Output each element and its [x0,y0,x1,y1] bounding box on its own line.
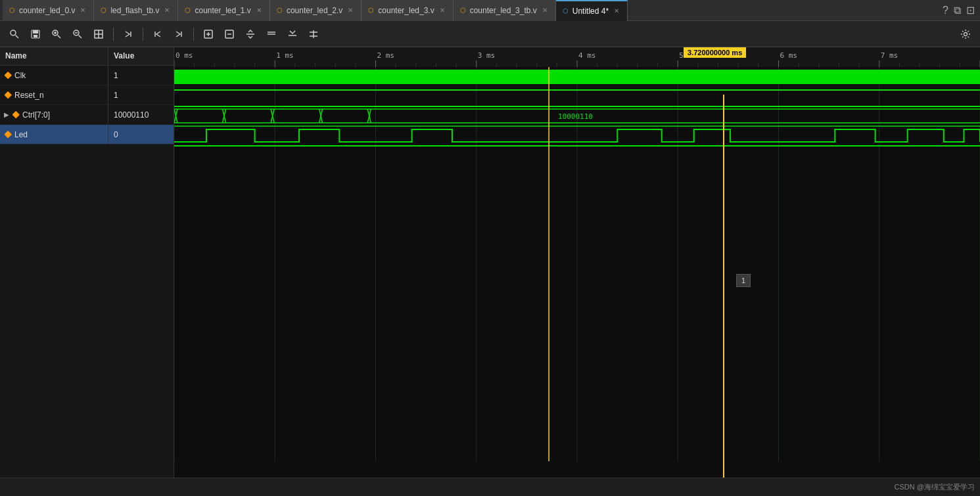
toolbar-sep-2 [143,28,143,41]
cursor-label: 3.720000000 ms [684,47,746,58]
signal-value-reset-n: 1 [108,91,174,100]
zoom-in-button[interactable] [47,25,66,43]
svg-line-10 [79,35,82,38]
tab-close[interactable]: ✕ [346,6,354,14]
waveform-area[interactable]: 3.720000000 ms 1 [174,47,980,478]
svg-line-6 [58,35,61,38]
tab-icon: ⬡ [9,7,15,14]
signal-row-reset-n[interactable]: 🔶 Reset_n 1 [0,85,174,105]
signal-name-led: 🔶 Led [0,125,108,144]
tab-icon: ⬡ [563,7,569,14]
signal-row-clk[interactable]: 🔶 Clk 1 [0,66,174,85]
jump-end-button[interactable] [170,25,188,43]
svg-rect-4 [34,35,37,37]
tab-icon: ⬡ [185,7,191,14]
save-button[interactable] [26,25,45,43]
fit-button[interactable] [89,25,108,43]
tab-label: counter_led_2.v [287,6,342,15]
signal-value-led: 0 [108,130,174,139]
signal-type-icon-clk: 🔶 [4,72,12,79]
tab-led-flash-tb[interactable]: ⬡ led_flash_tb.v ✕ [94,0,178,21]
move-right-button[interactable] [119,25,137,43]
align-button[interactable] [304,25,323,43]
signal-value-ctrl: 10000110 [108,110,174,120]
insert-divider-button[interactable] [241,25,260,43]
tab-close[interactable]: ✕ [79,6,87,14]
tab-label: counter_led_3.v [378,6,434,15]
collapse-button[interactable] [262,25,281,43]
main-area: Name Value 🔶 Clk 1 🔶 Reset_n 1 ▶ 🔶 Ctrl[ [0,47,980,478]
cursor-time-value: 3.720000000 ms [688,49,742,56]
svg-rect-3 [33,30,38,34]
svg-point-30 [964,32,968,35]
signal-panel: Name Value 🔶 Clk 1 🔶 Reset_n 1 ▶ 🔶 Ctrl[ [0,47,174,478]
name-col-header: Name [0,47,108,65]
tab-icon: ⬡ [368,7,374,14]
signal-name-ctrl: ▶ 🔶 Ctrl[7:0] [0,105,108,124]
signal-label-led: Led [14,130,28,139]
toolbar [0,21,980,47]
tab-untitled-4[interactable]: ⬡ Untitled 4* ✕ [556,0,628,21]
signal-value-clk: 1 [108,71,174,80]
value-col-header: Value [108,47,174,65]
restore-icon[interactable]: ⧉ [954,5,961,16]
signal-row-ctrl[interactable]: ▶ 🔶 Ctrl[7:0] 10000110 [0,105,174,125]
signal-label-reset-n: Reset_n [14,91,44,100]
signal-row-led[interactable]: 🔶 Led 0 [0,125,174,145]
add-signal-button[interactable] [199,25,218,43]
tab-close[interactable]: ✕ [255,6,263,14]
search-button[interactable] [5,25,24,43]
tab-close[interactable]: ✕ [438,6,446,14]
tab-counter-led-3[interactable]: ⬡ counter_led_3.v ✕ [362,0,453,21]
tab-bar-right: ? ⧉ ⊡ [943,4,980,16]
tab-icon: ⬡ [460,7,466,14]
tab-icon: ⬡ [277,7,283,14]
signal-header: Name Value [0,47,174,66]
signal-type-icon-reset: 🔶 [4,91,12,99]
expand-icon-ctrl[interactable]: ▶ [4,111,9,118]
remove-signal-button[interactable] [220,25,239,43]
tab-counter-led-1[interactable]: ⬡ counter_led_1.v ✕ [178,0,269,21]
svg-point-0 [11,30,16,35]
tab-close[interactable]: ✕ [613,7,620,15]
tab-label: counter_led_3_tb.v [470,6,537,15]
tab-label: led_flash_tb.v [110,6,159,15]
time-ruler[interactable] [174,47,980,67]
expand-button[interactable] [283,25,302,43]
tab-label: counter_led_1.v [195,6,250,15]
signal-type-icon-led: 🔶 [4,131,12,138]
toolbar-right [956,25,975,43]
signal-label-ctrl: Ctrl[7:0] [22,110,50,120]
jump-start-button[interactable] [149,25,167,43]
tab-label: counter_led_0.v [19,6,75,15]
tab-bar: ⬡ counter_led_0.v ✕ ⬡ led_flash_tb.v ✕ ⬡… [0,0,980,21]
tab-counter-led-3-tb[interactable]: ⬡ counter_led_3_tb.v ✕ [454,0,556,21]
settings-button[interactable] [956,25,975,43]
signal-name-reset-n: 🔶 Reset_n [0,85,108,104]
status-bar: CSDN @海绵宝宝爱学习 [0,478,980,496]
tab-counter-led-0[interactable]: ⬡ counter_led_0.v ✕ [3,0,94,21]
toolbar-sep-1 [113,28,114,41]
ruler-canvas [174,47,980,67]
waveform-rows[interactable] [174,67,980,461]
tab-label: Untitled 4* [572,7,609,16]
svg-line-1 [16,35,19,38]
signal-name-clk: 🔶 Clk [0,66,108,85]
cursor-line [723,95,724,478]
tab-close[interactable]: ✕ [163,6,171,14]
signal-label-clk: Clk [14,71,26,80]
waveform-canvas [174,67,980,461]
tab-icon: ⬡ [101,7,106,14]
zoom-out-button[interactable] [68,25,87,43]
tab-counter-led-2[interactable]: ⬡ counter_led_2.v ✕ [270,0,362,21]
help-icon[interactable]: ? [943,5,948,16]
status-right: CSDN @海绵宝宝爱学习 [895,482,975,492]
tab-close[interactable]: ✕ [541,6,549,14]
maximize-icon[interactable]: ⊡ [966,4,975,16]
toolbar-sep-3 [193,28,194,41]
signal-type-icon-ctrl: 🔶 [12,111,20,118]
